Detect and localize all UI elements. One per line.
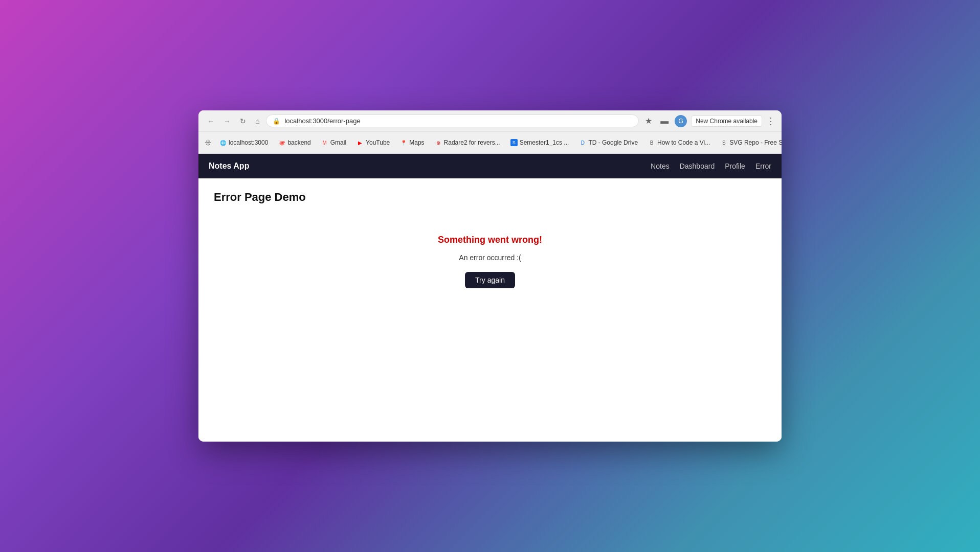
app-brand: Notes App	[209, 162, 249, 171]
back-button[interactable]: ←	[205, 116, 217, 126]
error-container: Something went wrong! An error occurred …	[214, 224, 766, 429]
app-nav-links: Notes Dashboard Profile Error	[651, 162, 771, 170]
apps-icon[interactable]: ⁜	[205, 138, 211, 148]
bookmark-favicon: D	[579, 139, 586, 146]
bookmark-semester[interactable]: S Semester1_1cs ...	[506, 137, 573, 148]
bookmark-backend[interactable]: 🐙 backend	[274, 137, 315, 148]
menu-button[interactable]: ⋮	[766, 116, 775, 127]
forward-button[interactable]: →	[221, 116, 233, 126]
bookmark-favicon: 📍	[400, 139, 407, 146]
bookmark-maps[interactable]: 📍 Maps	[396, 137, 428, 148]
bookmark-label: backend	[287, 139, 310, 146]
bookmark-label: TD - Google Drive	[588, 139, 638, 146]
nav-link-notes[interactable]: Notes	[651, 162, 670, 170]
try-again-button[interactable]: Try again	[465, 272, 515, 288]
bookmark-label: Semester1_1cs ...	[520, 139, 569, 146]
profile-circle[interactable]: G	[675, 115, 687, 127]
bookmark-label: Gmail	[330, 139, 346, 146]
browser-titlebar: ← → ↻ ⌂ 🔒 localhost:3000/error-page ★ ▬ …	[198, 110, 782, 131]
app-navbar: Notes App Notes Dashboard Profile Error	[198, 154, 782, 178]
bookmark-favicon: 🐙	[278, 139, 285, 146]
address-text: localhost:3000/error-page	[284, 117, 632, 125]
app-content: Notes App Notes Dashboard Profile Error …	[198, 154, 782, 442]
browser-chrome: ← → ↻ ⌂ 🔒 localhost:3000/error-page ★ ▬ …	[198, 110, 782, 154]
bookmark-localhost[interactable]: 🌐 localhost:3000	[215, 137, 272, 148]
bookmark-label: localhost:3000	[229, 139, 268, 146]
bookmark-favicon: S	[720, 139, 727, 146]
nav-link-profile[interactable]: Profile	[725, 162, 745, 170]
bookmark-how-to-code[interactable]: B How to Code a Vi...	[644, 137, 714, 148]
refresh-button[interactable]: ↻	[237, 116, 249, 126]
bookmark-favicon: M	[321, 139, 328, 146]
bookmark-label: Maps	[409, 139, 424, 146]
bookmark-youtube[interactable]: ▶ YouTube	[352, 137, 394, 148]
bookmark-svg-repo[interactable]: S SVG Repo - Free S...	[716, 137, 782, 148]
bookmark-favicon: ⊗	[435, 139, 442, 146]
bookmark-star-button[interactable]: ★	[643, 115, 654, 127]
extensions-button[interactable]: ▬	[658, 116, 671, 127]
bookmark-favicon: B	[648, 139, 655, 146]
nav-link-error[interactable]: Error	[755, 162, 771, 170]
new-chrome-badge[interactable]: New Chrome available	[691, 116, 762, 127]
home-button[interactable]: ⌂	[253, 116, 262, 126]
bookmark-label: SVG Repo - Free S...	[729, 139, 782, 146]
address-bar[interactable]: 🔒 localhost:3000/error-page	[266, 114, 639, 127]
bookmark-gmail[interactable]: M Gmail	[317, 137, 350, 148]
bookmark-label: How to Code a Vi...	[657, 139, 710, 146]
bookmarks-bar: ⁜ 🌐 localhost:3000 🐙 backend M Gmail ▶ Y…	[198, 131, 782, 153]
lock-icon: 🔒	[273, 118, 280, 125]
page-content: Error Page Demo Something went wrong! An…	[198, 178, 782, 442]
nav-link-dashboard[interactable]: Dashboard	[680, 162, 715, 170]
browser-window: ← → ↻ ⌂ 🔒 localhost:3000/error-page ★ ▬ …	[198, 110, 782, 442]
bookmark-label: Radare2 for revers...	[444, 139, 500, 146]
error-message: An error occurred :(	[459, 254, 521, 262]
bookmark-label: YouTube	[366, 139, 390, 146]
bookmark-favicon: ▶	[357, 139, 364, 146]
bookmark-favicon: 🌐	[219, 139, 227, 146]
page-heading: Error Page Demo	[214, 191, 766, 204]
bookmark-td-drive[interactable]: D TD - Google Drive	[575, 137, 642, 148]
browser-actions: ★ ▬ G New Chrome available ⋮	[643, 115, 775, 127]
bookmark-favicon: S	[510, 139, 518, 146]
error-title: Something went wrong!	[438, 235, 542, 245]
bookmark-radare2[interactable]: ⊗ Radare2 for revers...	[431, 137, 504, 148]
